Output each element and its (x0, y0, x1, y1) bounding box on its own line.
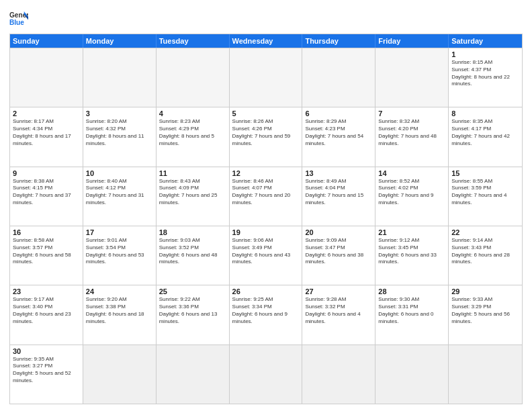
day-number: 11 (159, 169, 226, 177)
cell-info: Sunrise: 8:46 AMSunset: 4:07 PMDaylight:… (232, 178, 300, 207)
calendar-cell (83, 345, 157, 404)
day-number: 6 (305, 109, 372, 118)
cell-info: Sunrise: 8:17 AMSunset: 4:34 PMDaylight:… (13, 118, 80, 147)
calendar-cell (375, 48, 449, 107)
calendar-cell: 23Sunrise: 9:17 AMSunset: 3:40 PMDayligh… (10, 285, 83, 344)
cell-info: Sunrise: 9:22 AMSunset: 3:36 PMDaylight:… (159, 296, 226, 325)
calendar-cell: 28Sunrise: 9:30 AMSunset: 3:31 PMDayligh… (375, 285, 449, 344)
day-number: 3 (86, 109, 153, 118)
calendar-row: 1Sunrise: 8:15 AMSunset: 4:37 PMDaylight… (10, 48, 522, 107)
day-number: 14 (378, 169, 445, 177)
header-day-thursday: Thursday (302, 34, 375, 48)
cell-info: Sunrise: 9:12 AMSunset: 3:45 PMDaylight:… (378, 237, 445, 266)
cell-info: Sunrise: 8:35 AMSunset: 4:17 PMDaylight:… (451, 118, 519, 147)
day-number: 23 (13, 287, 80, 295)
calendar-cell: 4Sunrise: 8:23 AMSunset: 4:29 PMDaylight… (157, 107, 230, 166)
calendar-cell: 5Sunrise: 8:26 AMSunset: 4:26 PMDaylight… (230, 107, 303, 166)
cell-info: Sunrise: 8:23 AMSunset: 4:29 PMDaylight:… (159, 118, 226, 147)
calendar-cell: 9Sunrise: 8:38 AMSunset: 4:15 PMDaylight… (10, 167, 83, 226)
calendar-cell: 14Sunrise: 8:52 AMSunset: 4:02 PMDayligh… (375, 167, 449, 226)
day-number: 12 (232, 169, 300, 177)
calendar-cell: 24Sunrise: 9:20 AMSunset: 3:38 PMDayligh… (83, 285, 157, 344)
calendar-cell: 15Sunrise: 8:55 AMSunset: 3:59 PMDayligh… (449, 167, 522, 226)
cell-info: Sunrise: 8:43 AMSunset: 4:09 PMDaylight:… (159, 178, 226, 207)
calendar-row: 2Sunrise: 8:17 AMSunset: 4:34 PMDaylight… (10, 107, 522, 166)
calendar-cell: 17Sunrise: 9:01 AMSunset: 3:54 PMDayligh… (83, 226, 157, 285)
calendar-cell (302, 345, 375, 404)
cell-info: Sunrise: 9:30 AMSunset: 3:31 PMDaylight:… (378, 296, 445, 325)
cell-info: Sunrise: 8:15 AMSunset: 4:37 PMDaylight:… (451, 59, 519, 88)
calendar-cell (83, 48, 157, 107)
day-number: 25 (159, 287, 226, 295)
day-number: 22 (451, 228, 519, 236)
calendar-cell: 11Sunrise: 8:43 AMSunset: 4:09 PMDayligh… (157, 167, 230, 226)
calendar-cell (157, 48, 230, 107)
calendar-cell: 7Sunrise: 8:32 AMSunset: 4:20 PMDaylight… (375, 107, 449, 166)
cell-info: Sunrise: 8:52 AMSunset: 4:02 PMDaylight:… (378, 178, 445, 207)
calendar-cell (375, 345, 449, 404)
day-number: 7 (378, 109, 445, 118)
calendar-cell: 8Sunrise: 8:35 AMSunset: 4:17 PMDaylight… (449, 107, 522, 166)
day-number: 2 (13, 109, 80, 118)
calendar-cell (230, 345, 303, 404)
day-number: 18 (159, 228, 226, 236)
header-day-wednesday: Wednesday (230, 34, 303, 48)
logo: General Blue (9, 9, 28, 28)
header-day-sunday: Sunday (10, 34, 83, 48)
day-number: 21 (378, 228, 445, 236)
calendar-cell: 1Sunrise: 8:15 AMSunset: 4:37 PMDaylight… (449, 48, 522, 107)
cell-info: Sunrise: 9:20 AMSunset: 3:38 PMDaylight:… (86, 296, 153, 325)
day-number: 8 (451, 109, 519, 118)
calendar-cell: 26Sunrise: 9:25 AMSunset: 3:34 PMDayligh… (230, 285, 303, 344)
calendar-cell: 10Sunrise: 8:40 AMSunset: 4:12 PMDayligh… (83, 167, 157, 226)
day-number: 13 (305, 169, 372, 177)
cell-info: Sunrise: 8:55 AMSunset: 3:59 PMDaylight:… (451, 178, 519, 207)
cell-info: Sunrise: 8:26 AMSunset: 4:26 PMDaylight:… (232, 118, 300, 147)
calendar-body: 1Sunrise: 8:15 AMSunset: 4:37 PMDaylight… (10, 48, 522, 404)
day-number: 30 (13, 347, 80, 355)
logo-icon: General Blue (9, 9, 28, 28)
cell-info: Sunrise: 9:25 AMSunset: 3:34 PMDaylight:… (232, 296, 300, 325)
header-day-monday: Monday (83, 34, 157, 48)
cell-info: Sunrise: 9:14 AMSunset: 3:43 PMDaylight:… (451, 237, 519, 266)
day-number: 28 (378, 287, 445, 295)
calendar-cell: 12Sunrise: 8:46 AMSunset: 4:07 PMDayligh… (230, 167, 303, 226)
svg-text:Blue: Blue (9, 19, 24, 26)
day-number: 26 (232, 287, 300, 295)
calendar-cell: 3Sunrise: 8:20 AMSunset: 4:32 PMDaylight… (83, 107, 157, 166)
day-number: 1 (451, 50, 519, 58)
cell-info: Sunrise: 9:03 AMSunset: 3:52 PMDaylight:… (159, 237, 226, 266)
cell-info: Sunrise: 9:35 AMSunset: 3:27 PMDaylight:… (13, 356, 80, 385)
cell-info: Sunrise: 9:28 AMSunset: 3:32 PMDaylight:… (305, 296, 372, 325)
cell-info: Sunrise: 9:17 AMSunset: 3:40 PMDaylight:… (13, 296, 80, 325)
page-header: General Blue (9, 7, 523, 28)
calendar-cell (302, 48, 375, 107)
cell-info: Sunrise: 8:40 AMSunset: 4:12 PMDaylight:… (86, 178, 153, 207)
calendar-cell (10, 48, 83, 107)
calendar-cell (230, 48, 303, 107)
cell-info: Sunrise: 9:09 AMSunset: 3:47 PMDaylight:… (305, 237, 372, 266)
calendar-header: SundayMondayTuesdayWednesdayThursdayFrid… (10, 34, 522, 48)
day-number: 10 (86, 169, 153, 177)
calendar-cell (449, 345, 522, 404)
calendar-cell: 21Sunrise: 9:12 AMSunset: 3:45 PMDayligh… (375, 226, 449, 285)
calendar-cell: 30Sunrise: 9:35 AMSunset: 3:27 PMDayligh… (10, 345, 83, 404)
header-day-tuesday: Tuesday (157, 34, 230, 48)
calendar-cell (157, 345, 230, 404)
day-number: 24 (86, 287, 153, 295)
day-number: 27 (305, 287, 372, 295)
calendar-cell: 27Sunrise: 9:28 AMSunset: 3:32 PMDayligh… (302, 285, 375, 344)
day-number: 19 (232, 228, 300, 236)
cell-info: Sunrise: 9:06 AMSunset: 3:49 PMDaylight:… (232, 237, 300, 266)
calendar-cell: 25Sunrise: 9:22 AMSunset: 3:36 PMDayligh… (157, 285, 230, 344)
calendar-cell: 22Sunrise: 9:14 AMSunset: 3:43 PMDayligh… (449, 226, 522, 285)
cell-info: Sunrise: 8:49 AMSunset: 4:04 PMDaylight:… (305, 178, 372, 207)
calendar: SundayMondayTuesdayWednesdayThursdayFrid… (9, 34, 523, 404)
calendar-row: 9Sunrise: 8:38 AMSunset: 4:15 PMDaylight… (10, 167, 522, 226)
calendar-row: 30Sunrise: 9:35 AMSunset: 3:27 PMDayligh… (10, 345, 522, 404)
calendar-cell: 16Sunrise: 8:58 AMSunset: 3:57 PMDayligh… (10, 226, 83, 285)
cell-info: Sunrise: 8:38 AMSunset: 4:15 PMDaylight:… (13, 178, 80, 207)
cell-info: Sunrise: 8:32 AMSunset: 4:20 PMDaylight:… (378, 118, 445, 147)
day-number: 9 (13, 169, 80, 177)
calendar-cell: 6Sunrise: 8:29 AMSunset: 4:23 PMDaylight… (302, 107, 375, 166)
